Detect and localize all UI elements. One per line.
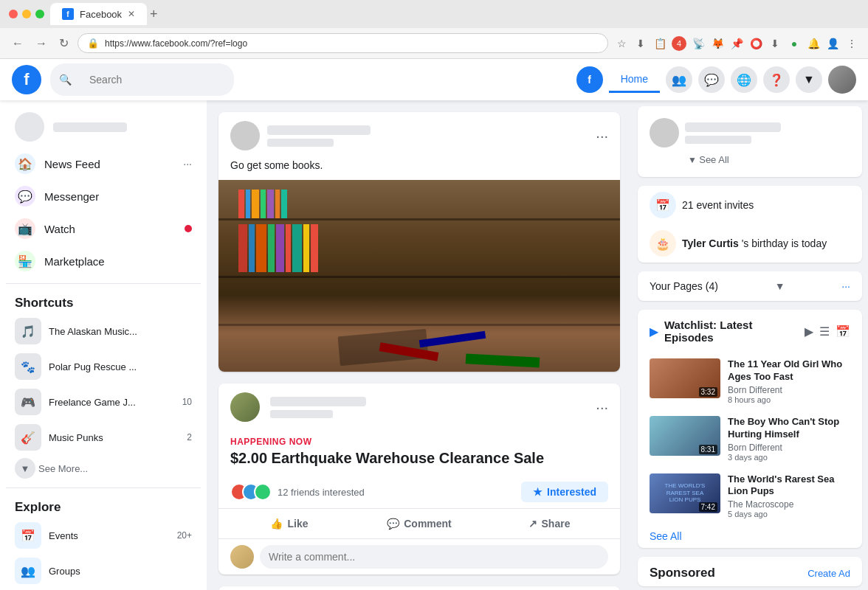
- messenger-icon[interactable]: 💬: [698, 66, 725, 93]
- help-icon[interactable]: ❓: [763, 66, 790, 93]
- attendee-avatars: [230, 483, 272, 501]
- share-icon: ↗: [528, 518, 537, 530]
- sidebar-item-newsfeed[interactable]: 🏠 News Feed ···: [6, 148, 201, 180]
- forward-button[interactable]: →: [32, 34, 50, 53]
- shortcut-polar-pug[interactable]: 🐾 Polar Pug Rescue ...: [6, 349, 201, 384]
- shortcut-alaskan-music[interactable]: 🎵 The Alaskan Music...: [6, 313, 201, 349]
- reload-button[interactable]: ↻: [56, 33, 72, 53]
- share-button[interactable]: ↗ Share: [484, 512, 614, 535]
- birthday-suffix: 's birthday is today: [742, 237, 827, 249]
- comment-input[interactable]: [260, 545, 608, 569]
- watch-time-2: 3 days ago: [728, 453, 850, 462]
- menu-icon[interactable]: ⋮: [844, 36, 859, 51]
- post2-avatar: [230, 392, 260, 422]
- lock-icon: 🔒: [87, 38, 99, 49]
- chevron-down-icon[interactable]: ▼: [796, 66, 822, 93]
- right-profiles-card: ▼ See All: [638, 106, 862, 177]
- watch-duration-2: 8:31: [699, 445, 717, 454]
- watch-notification-dot: [185, 225, 192, 232]
- see-more1-label: See More...: [38, 463, 88, 474]
- active-tab[interactable]: f Facebook ✕: [50, 3, 147, 25]
- sidebar-item-groups[interactable]: 👥 Groups: [6, 553, 201, 589]
- new-tab-button[interactable]: +: [150, 7, 158, 22]
- minimize-dot[interactable]: [22, 10, 31, 18]
- comment-button[interactable]: 💬 Comment: [354, 512, 484, 535]
- extension-icon4[interactable]: 📌: [729, 36, 744, 51]
- post1-text: Go get some books.: [218, 159, 620, 180]
- watch-item-1[interactable]: 3:32 The 11 Year Old Girl Who Ages Too F…: [638, 353, 862, 410]
- sidebar-item-marketplace[interactable]: 🏪 Marketplace: [6, 245, 201, 277]
- bell-icon[interactable]: 🔔: [806, 36, 821, 51]
- see-more-text: See All: [699, 154, 728, 165]
- shortcut2-icon: 🐾: [15, 353, 41, 380]
- globe-icon[interactable]: 🌐: [731, 66, 757, 93]
- pocket-icon[interactable]: ⬇: [633, 36, 648, 51]
- shortcut-music-punks[interactable]: 🎸 Music Punks 2: [6, 420, 201, 455]
- events-invites-row[interactable]: 📅 21 event invites: [638, 186, 862, 224]
- back-button[interactable]: ←: [9, 34, 27, 53]
- post3-header: R Rosegal Sponsored 🌐 ···: [218, 586, 620, 590]
- see-more-triangle: ▼: [688, 155, 699, 165]
- like-button[interactable]: 👍 Like: [224, 512, 354, 535]
- watchlist-play-btn[interactable]: ▶: [805, 324, 813, 339]
- interested-button[interactable]: ★ Interested: [521, 482, 608, 502]
- post2-menu[interactable]: ···: [596, 399, 608, 416]
- post-card-3: R Rosegal Sponsored 🌐 ··· Drawstring Plu…: [218, 586, 620, 590]
- sidebar-profile[interactable]: [6, 106, 201, 148]
- marketplace-label: Marketplace: [44, 255, 192, 268]
- sidebar-item-messenger[interactable]: 💬 Messenger: [6, 180, 201, 212]
- watch-thumb-1: 3:32: [650, 358, 720, 398]
- header-account-btn[interactable]: f: [576, 66, 603, 93]
- maximize-dot[interactable]: [35, 10, 44, 18]
- birthday-text: Tyler Curtis 's birthday is today: [682, 237, 827, 249]
- interested-label: Interested: [547, 486, 596, 498]
- browser-toolbar: ← → ↻ 🔒 https://www.facebook.com/?ref=lo…: [0, 28, 868, 59]
- your-pages-header: Your Pages (4) ▼ ···: [638, 271, 862, 301]
- shortcuts-see-more[interactable]: ▼ See More...: [6, 455, 201, 482]
- tab-close-button[interactable]: ✕: [128, 9, 135, 19]
- sidebar-item-watch[interactable]: 📺 Watch: [6, 212, 201, 245]
- bookmark-icon[interactable]: ☆: [614, 36, 629, 51]
- watch-item-3[interactable]: THE WORLD'SRAREST SEALION PUPS 7:42 The …: [638, 468, 862, 525]
- watchlist-list-btn[interactable]: ☰: [819, 324, 830, 339]
- watch-time-3: 5 days ago: [728, 510, 850, 518]
- download-icon[interactable]: ⬇: [768, 36, 782, 51]
- post1-menu[interactable]: ···: [596, 128, 608, 145]
- profile-avatar: [15, 112, 44, 142]
- see-more-right[interactable]: ▼ See All: [650, 150, 850, 168]
- explore-title: Explore: [6, 494, 201, 518]
- events-invites-count: 21 event invites: [682, 199, 754, 211]
- create-ad-button[interactable]: Create Ad: [807, 568, 850, 579]
- post-card-2: ··· HAPPENING NOW $2.00 Earthquake Wareh…: [218, 384, 620, 575]
- online-icon[interactable]: ●: [787, 36, 802, 51]
- post2-header: ···: [218, 384, 620, 431]
- extension-icon1[interactable]: 📋: [652, 36, 667, 51]
- your-pages-chevron: ▼: [775, 280, 785, 292]
- search-input[interactable]: [78, 68, 225, 91]
- sponsored-card: Sponsored Create Ad: [638, 557, 862, 586]
- shortcut-freelance-game[interactable]: 🎮 Freelance Game J... 10: [6, 384, 201, 420]
- see-all-button[interactable]: See All: [638, 524, 862, 548]
- extension-icon2[interactable]: 4: [672, 36, 686, 51]
- user-avatar[interactable]: [828, 66, 856, 94]
- extension-icon5[interactable]: ⭕: [748, 36, 763, 51]
- newsfeed-label: News Feed: [44, 158, 174, 170]
- sidebar-divider2: [6, 487, 201, 488]
- watchlist-calendar-btn[interactable]: 📅: [836, 324, 850, 339]
- birthday-row[interactable]: 🎂 Tyler Curtis 's birthday is today: [638, 224, 862, 263]
- post-card-1: ··· Go get some books.: [218, 112, 620, 372]
- home-button[interactable]: Home: [609, 67, 660, 93]
- extension-icon3[interactable]: 📡: [691, 36, 706, 51]
- groups-label: Groups: [49, 566, 192, 577]
- friends-icon[interactable]: 👥: [666, 66, 692, 93]
- main-content: 🏠 News Feed ··· 💬 Messenger 📺 Watch 🏪 Ma…: [0, 100, 868, 590]
- profile-icon[interactable]: 👤: [825, 36, 840, 51]
- newsfeed-menu-icon[interactable]: ···: [183, 158, 192, 170]
- close-dot[interactable]: [9, 10, 18, 18]
- your-pages-menu[interactable]: ···: [841, 280, 850, 292]
- friends-interested-count: 12 friends interested: [278, 487, 365, 498]
- firefox-icon[interactable]: 🦊: [710, 36, 725, 51]
- url-bar[interactable]: 🔒 https://www.facebook.com/?ref=logo: [78, 33, 608, 53]
- watch-item-2[interactable]: 8:31 The Boy Who Can't Stop Hurting Hims…: [638, 410, 862, 468]
- sidebar-item-events[interactable]: 📅 Events 20+: [6, 518, 201, 553]
